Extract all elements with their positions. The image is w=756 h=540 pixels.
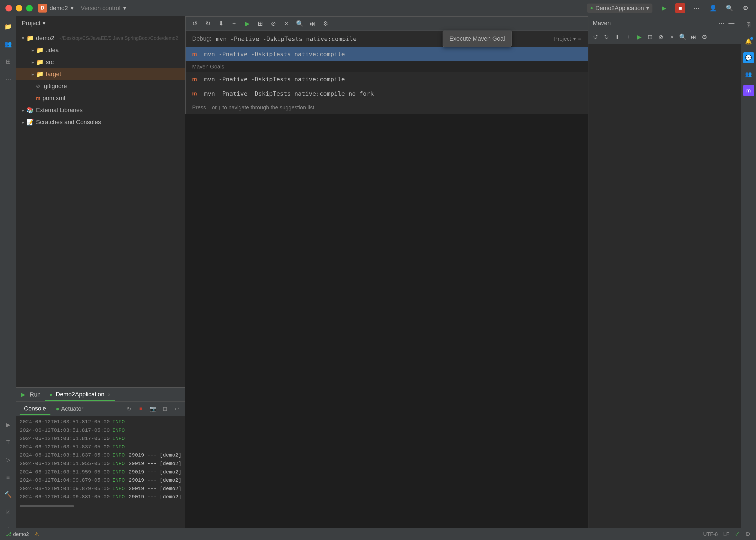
settings-maven-icon[interactable]: ⚙ [321,19,331,29]
run-button[interactable]: ▶ [659,3,669,13]
forward-maven-icon[interactable]: ↻ [601,32,611,42]
skip2-maven-icon[interactable]: ⏭ [689,32,699,42]
tree-item-idea[interactable]: ▸ 📁 .idea [16,44,185,56]
close-icon[interactable]: × [281,19,291,29]
contacts-icon[interactable]: 👥 [743,69,754,79]
chevron-down-icon: ▾ [70,5,73,12]
close-maven-icon[interactable]: × [667,32,677,42]
play-icon[interactable]: ▷ [2,454,14,466]
tab-demo2application[interactable]: ● Demo2Application × [45,389,115,401]
download-maven-icon[interactable]: ⬇ [612,32,622,42]
tab-label: Demo2Application [55,391,104,398]
settings-icon[interactable]: ⚙ [741,3,751,13]
tab-console[interactable]: Console [20,403,51,415]
settings-maven-icon[interactable]: ⚙ [700,32,709,42]
hint-bar: Press ↑ or ↓ to navigate through the sug… [185,101,588,114]
project-icon[interactable]: 📁 [2,21,14,33]
tree-item-label: Scratches and Consoles [36,119,101,126]
suggestion-item-3[interactable]: m mvn -Pnative -DskipTests native:compil… [185,86,588,101]
ext-lib-icon: 📚 [27,107,34,114]
download-icon[interactable]: ⬇ [216,19,226,29]
tree-item-target[interactable]: ▸ 📁 target [16,68,185,80]
log-timestamp: 2024-06-12T01:03:51.959-05:00 [20,469,112,476]
project-tree: ▾ 📁 demo2 ~/Desktop/CS/JavaEE/5 Java Spr… [16,30,185,387]
project-selector[interactable]: D demo2 ▾ Version control ▾ [38,4,126,13]
run-maven-icon[interactable]: ▶ [242,19,252,29]
more-tools-icon[interactable]: ⋯ [2,73,14,85]
log-timestamp: 2024-06-12T01:03:51.955-05:00 [20,460,112,468]
tree-item-src[interactable]: ▸ 📁 src [16,56,185,68]
add-icon[interactable]: + [229,19,239,29]
debug-widget-icon[interactable]: T [2,436,14,448]
log-timestamp: 2024-06-12T01:03:51.812-05:00 [20,418,112,426]
account-icon[interactable]: 👤 [708,3,718,13]
ai-icon[interactable]: m [743,85,754,96]
folder-icon: 📁 [36,59,44,66]
tree-item-scratches[interactable]: ▸ 📝 Scratches and Consoles [16,116,185,128]
run-config-selector[interactable]: ● Demo2Application ▾ [587,4,652,13]
back-icon[interactable]: ↺ [190,19,200,29]
search-maven-icon[interactable]: 🔍 [295,19,304,29]
skip-maven-icon[interactable]: ⊘ [656,32,666,42]
git-branch-indicator[interactable]: ⎇ demo2 [5,531,29,537]
skip-icon[interactable]: ⏭ [308,19,317,29]
right-icon-bar: 🗄 🔔 💬 👥 m [741,16,756,540]
more-icon[interactable]: ⋯ [717,18,726,28]
close-button[interactable] [5,5,12,11]
search-maven-icon[interactable]: 🔍 [678,32,688,42]
log-message: 29019 --- [demo2] [nio-8080-exec-1] [129,485,185,492]
back-maven-icon[interactable]: ↺ [591,32,600,42]
suggestion-item-2[interactable]: m mvn -Pnative -DskipTests native:compil… [185,72,588,86]
refresh-icon[interactable]: ↻ [124,404,134,414]
close-icon[interactable]: × [108,392,111,397]
vc-chevron-icon: ▾ [123,5,126,12]
run-widget-icon[interactable]: ▶ [2,419,14,431]
add-maven-icon[interactable]: + [623,32,633,42]
indent-indicator[interactable]: UTF-8 [703,531,718,537]
suggestion-item-1[interactable]: m mvn -Pnative -DskipTests native:compil… [185,47,588,62]
database-icon[interactable]: 🗄 [743,20,754,31]
warnings-indicator[interactable]: ⚠ [34,531,39,537]
suggestion-header: Debug: mvn -Pnative -DskipTests native:c… [185,31,588,47]
notification-icon[interactable]: 🔔 [743,36,754,47]
tree-item-external-libraries[interactable]: ▸ 📚 External Libraries [16,104,185,116]
run-config-icon: ● [590,5,593,11]
tree-item-label: demo2 [36,35,54,42]
build-icon[interactable]: 🔨 [2,489,14,501]
log-level: INFO [112,477,129,484]
plugins-icon[interactable]: ⊞ [2,56,14,68]
log-message: 29019 --- [demo2] [ [129,452,185,459]
suggestion-filter[interactable]: Project ▾ ≡ [554,36,581,42]
todo-icon[interactable]: ☑ [2,506,14,518]
forward-icon[interactable]: ↻ [203,19,213,29]
wrap-icon[interactable]: ↩ [172,404,182,414]
version-control-label[interactable]: Version control [81,5,120,12]
vcs-icon[interactable]: 👥 [2,38,14,50]
git-icon: ⎇ [5,531,11,537]
terminal-icon[interactable]: ≡ [2,471,14,483]
minimize-button[interactable] [16,5,22,11]
run-maven-btn[interactable]: ▶ [634,32,644,42]
tree-item-gitignore[interactable]: ⊘ .gitignore [16,80,185,92]
tab-actuator[interactable]: ● Actuator [52,403,88,415]
no-icon[interactable]: ⊘ [269,19,278,29]
maximize-button[interactable] [26,5,33,11]
suggestion-dropdown: ↺ ↻ ⬇ + ▶ ⊞ ⊘ × 🔍 ⏭ ⚙ Debug: mvn -Pnativ… [185,16,588,114]
stop-run-icon[interactable]: ■ [136,404,146,414]
encoding-indicator[interactable]: LF [723,531,729,537]
tree-item-pomxml[interactable]: m pom.xml [16,92,185,104]
minimize-maven-icon[interactable]: — [726,18,736,28]
log-level: INFO [112,452,129,459]
chevron-right-icon: ▸ [32,71,34,77]
more-options-icon[interactable]: ⋯ [692,3,702,13]
search-icon[interactable]: 🔍 [724,3,734,13]
stop-button[interactable]: ■ [675,3,685,13]
execute-maven-goal-popup[interactable]: Execute Maven Goal [443,31,512,47]
split-icon[interactable]: ⊞ [160,404,170,414]
maven-toolbar-icon[interactable]: ⊞ [255,19,265,29]
tree-item-demo2[interactable]: ▾ 📁 demo2 ~/Desktop/CS/JavaEE/5 Java Spr… [16,32,185,44]
log-line: 2024-06-12T01:03:51.837-05:00 INFO 29019… [16,451,185,460]
screenshot-icon[interactable]: 📷 [148,404,158,414]
grid-maven-icon[interactable]: ⊞ [645,32,655,42]
chat-icon[interactable]: 💬 [743,52,754,63]
